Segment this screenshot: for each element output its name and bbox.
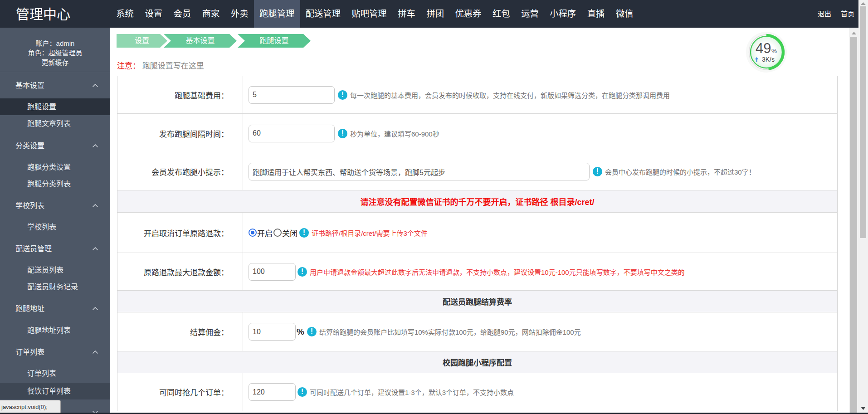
svg-text:49: 49 — [756, 40, 771, 56]
svg-text:%: % — [771, 48, 777, 54]
svg-text:3K/s: 3K/s — [762, 56, 775, 63]
